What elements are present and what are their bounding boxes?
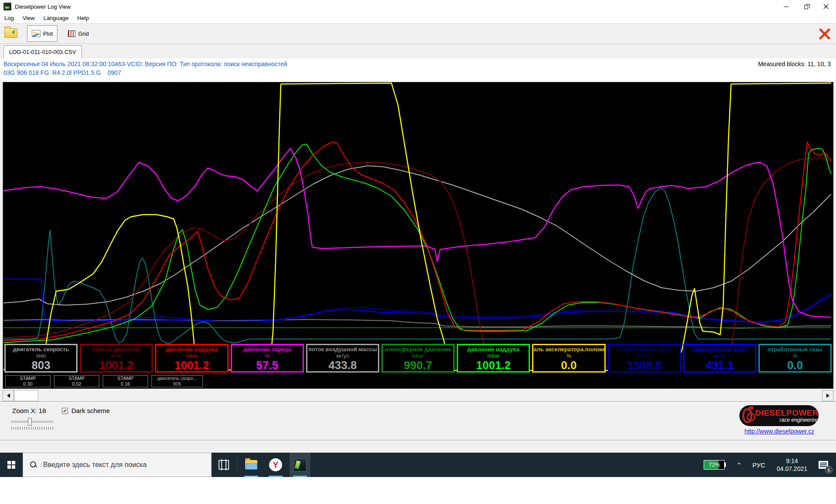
channel-box-charge-pressure: давление заряда % 57.5 [231,344,304,373]
menu-view[interactable]: View [18,13,39,23]
plot-button-label: Plot [43,30,53,37]
menubar: Log View Language Help [0,13,836,23]
plot-canvas[interactable] [3,82,833,388]
restore-button[interactable] [796,0,816,13]
taskbar-separator [237,458,237,472]
channel-box-exhaust-gas-percent: отработанные газы % 0.0 [758,344,832,373]
notification-center-button[interactable]: 6 [813,453,833,477]
search-icon [30,461,37,468]
dark-scheme-label: Dark scheme [71,407,110,414]
taskbar-search-input[interactable]: Введите здесь текст для поиска [23,453,212,477]
plot-area[interactable] [3,82,833,389]
taskbar-dieselpower-app[interactable] [290,453,310,477]
log-info-area: Воскресенье 04 Июль 2021 08:32:00:10463-… [0,58,836,82]
yandex-icon: Y [269,458,282,471]
clock-date: 04.07.2021 [777,465,807,473]
grid-tab-button[interactable]: Grid [64,25,93,42]
channel-box-exhaust-gas-2: отработанные газы мг/ул 431.1 [683,344,756,373]
dieselpower-link[interactable]: http://www.dieselpower.cz [740,428,819,435]
measured-blocks-label: Measured blocks: 11, 10, 3 [758,60,831,67]
channel-box-atmospheric-pressure: атмосферное давление mbar 990.7 [381,344,455,373]
clock[interactable]: 9:14 04.07.2021 [777,457,807,473]
file-explorer-icon [245,460,257,470]
stamp-box-engine-speed: двигатель скоро... 805 [152,375,203,387]
restore-icon [804,5,808,9]
tray-chevron-icon[interactable]: ⌃ [736,461,742,468]
logo-title: DIESELPOWER [755,409,819,417]
menu-help[interactable]: Help [73,13,94,23]
channel-box-engine-speed: двигатель скорость /min 803 [4,344,78,373]
log-header-line2: 03G 906 018 FG R4 2.0l PPD1.5 G 0907 [3,69,121,76]
close-log-button[interactable] [817,26,833,42]
log-header-line1: Воскресенье 04 Июль 2021 08:32:00:10463-… [3,60,287,67]
logo-subtitle: race engineering [780,417,819,423]
turbo-icon [742,408,752,423]
plot-icon [32,30,40,37]
stamp-box-3: STAMP 0.16 [103,375,148,387]
app-icon [3,3,11,10]
zoom-x-label: Zoom X: 18 [12,407,46,414]
channel-box-boost-pressure: давление наддува mbar 1001.2 [155,344,228,373]
close-button[interactable] [816,0,836,13]
search-placeholder: Введите здесь текст для поиска [43,461,147,469]
series-exhaust-gas-teal [3,188,831,343]
open-log-button[interactable] [2,25,21,42]
stamp-row: STAMP 0.30 STAMP 0.02 STAMP 0.16 двигате… [5,375,203,387]
channel-box-mass-air-flow: поток воздушной массы мг/ул 433.8 [306,344,379,373]
clock-time: 9:14 [777,457,807,465]
bottom-panel: Zoom X: 18 ✓ Dark scheme DIESELPOWER rac… [0,401,836,453]
channel-row: двигатель скорость /min 803 повыш.давлен… [4,344,832,373]
titlebar: Dieselpower Log View [0,0,836,13]
scrollbar-track[interactable] [38,390,822,401]
plot-tab-button[interactable]: Plot [27,25,57,42]
battery-indicator[interactable]: 72% [704,460,725,470]
tabstrip: LOG-01-011-010-003.CSV [0,44,836,58]
tab-log-csv[interactable]: LOG-01-011-010-003.CSV [3,45,82,58]
scrollbar-thumb[interactable] [14,390,38,401]
channel-box-exhaust-gas-1: отработанные газы мг/ул 1388.8 [608,344,681,373]
taskbar-file-explorer[interactable] [241,453,262,477]
zoom-slider-track[interactable] [11,421,53,423]
toolbar: Plot Grid [0,23,836,44]
minimize-button[interactable] [776,0,796,13]
window-title: Dieselpower Log View [15,3,71,10]
series-exhaust-gas-navy [3,296,831,322]
screen-bottom-margin [0,477,836,504]
dieselpower-logo: DIESELPOWER race engineering [739,405,819,426]
channel-box-boost-request: повыш.давление mbar 1001.2 [80,344,153,373]
channel-box-accelerator-position: аль акселератора.положе % 0.0 [532,344,605,373]
series-exhaust-gas-blue [3,279,831,323]
zoom-slider-ticks [11,427,54,430]
dark-scheme-control[interactable]: ✓ Dark scheme [62,407,110,414]
panel-divider [0,440,836,441]
channel-box-boost-pressure-2: давление наддува mbar 1001.2 [457,344,530,373]
menu-language[interactable]: Language [39,13,73,23]
menu-log[interactable]: Log [0,13,18,23]
stamp-box-1: STAMP 0.30 [5,375,51,387]
taskbar: Введите здесь текст для поиска Y 72% ⌃ Р… [0,453,836,477]
scroll-right-button[interactable] [822,390,833,401]
plot-hscrollbar[interactable] [3,390,833,401]
red-x-icon [819,28,831,40]
windows-logo-icon [7,461,15,469]
task-view-icon[interactable] [219,460,229,470]
taskbar-yandex-browser[interactable]: Y [265,453,286,477]
grid-icon [68,30,75,37]
zoom-slider-thumb[interactable] [28,418,32,426]
close-icon [823,4,829,9]
scroll-right-icon [826,393,829,398]
minimize-icon [784,7,789,7]
series-charge-pressure [3,148,831,317]
dieselpower-app-icon [293,458,307,471]
notification-badge: 6 [825,466,833,474]
start-button[interactable] [0,453,23,477]
language-indicator[interactable]: РУС [752,461,765,469]
stamp-box-2: STAMP 0.02 [54,375,99,387]
series-boost-request [3,158,831,368]
open-folder-icon [4,28,17,38]
scroll-left-icon [7,393,10,398]
screen: Dieselpower Log View Log View Language H… [0,0,836,504]
series-boost-pressure-red [3,142,831,341]
dark-scheme-checkbox[interactable]: ✓ [62,408,68,414]
scroll-left-button[interactable] [3,390,14,401]
